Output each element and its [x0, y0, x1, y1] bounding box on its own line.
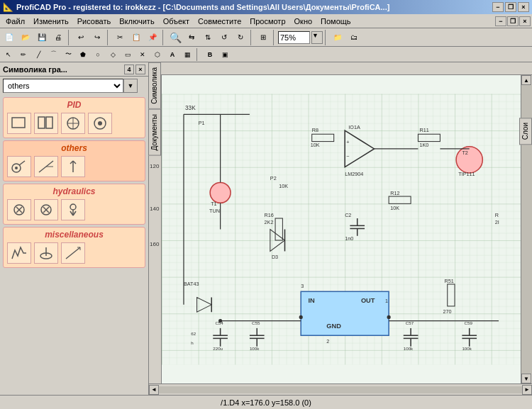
- svg-text:R11: R11: [419, 127, 428, 133]
- line-tool[interactable]: ╱: [31, 48, 45, 61]
- app-close-button[interactable]: ×: [519, 16, 531, 26]
- select-tool[interactable]: ↖: [1, 48, 16, 61]
- undo-button[interactable]: ↩: [73, 30, 89, 45]
- restore-button[interactable]: ❐: [505, 2, 516, 12]
- panel-pin-button[interactable]: 4: [124, 65, 134, 74]
- close-button[interactable]: ×: [518, 2, 529, 12]
- menu-include[interactable]: Включить: [115, 16, 158, 27]
- sym-icon-pid-3[interactable]: [61, 113, 85, 134]
- polygon-tool[interactable]: ⬟: [76, 48, 90, 61]
- menu-file[interactable]: Файл: [1, 16, 29, 27]
- rect-tool[interactable]: ▭: [121, 48, 135, 61]
- svg-text:+: +: [346, 139, 349, 145]
- open-button[interactable]: 📂: [18, 30, 33, 45]
- image-tool[interactable]: ▦: [180, 48, 194, 61]
- minimize-button[interactable]: −: [492, 2, 504, 12]
- new-button[interactable]: 📄: [1, 30, 17, 45]
- sym-icon-misc-2[interactable]: [34, 242, 58, 264]
- svg-text:1: 1: [385, 298, 388, 304]
- redo-button[interactable]: ↪: [89, 30, 105, 45]
- panel-close-button[interactable]: ×: [135, 65, 145, 74]
- save-button[interactable]: 💾: [34, 30, 50, 45]
- rotate-l-button[interactable]: ↺: [216, 30, 232, 45]
- text-tool[interactable]: A: [165, 48, 179, 61]
- scroll-down-button[interactable]: ▼: [521, 374, 531, 383]
- menu-edit[interactable]: Изменить: [29, 16, 73, 27]
- layer-tab[interactable]: Слои: [519, 118, 532, 145]
- scroll-right-button[interactable]: ►: [522, 385, 532, 395]
- rotate-r-button[interactable]: ↻: [233, 30, 248, 45]
- sidetab-symbols[interactable]: Символика: [148, 62, 161, 109]
- svg-rect-2: [46, 117, 52, 128]
- category-others: others: [3, 140, 145, 181]
- zoom-dropdown-button[interactable]: ▼: [311, 31, 323, 44]
- sidetab-documents[interactable]: Документы: [148, 109, 161, 156]
- scroll-left-button[interactable]: ◄: [149, 385, 159, 395]
- h-scroll-track[interactable]: [159, 386, 522, 393]
- menu-object[interactable]: Объект: [159, 16, 194, 27]
- category-pid-icons: [6, 111, 143, 135]
- bold-tool[interactable]: B: [203, 48, 217, 61]
- pencil-tool[interactable]: ✏: [16, 48, 31, 61]
- arc-tool[interactable]: ⌒: [46, 48, 60, 61]
- zoom-in-icon[interactable]: 🔍: [167, 30, 183, 45]
- sym-icon-pid-2[interactable]: [34, 113, 58, 134]
- ruler-left-140: 140: [150, 206, 159, 212]
- copy-button[interactable]: 📋: [128, 30, 144, 45]
- sep6: [325, 30, 328, 45]
- extra-button2[interactable]: 🗂: [346, 30, 362, 45]
- menu-window[interactable]: Окно: [290, 16, 317, 27]
- diamond-tool[interactable]: ◇: [106, 48, 120, 61]
- zoom-input[interactable]: [278, 31, 310, 44]
- flip-h-button[interactable]: ⇆: [184, 30, 199, 45]
- menu-help[interactable]: Помощь: [316, 16, 355, 27]
- sym-icon-hyd-3[interactable]: [61, 199, 85, 220]
- svg-text:270: 270: [443, 308, 452, 315]
- app-minimize-button[interactable]: −: [495, 16, 506, 26]
- svg-text:33K: 33K: [185, 105, 196, 111]
- sym-icon-misc-1[interactable]: [7, 242, 31, 264]
- menu-draw[interactable]: Рисовать: [73, 16, 116, 27]
- sym-icon-misc-3[interactable]: [61, 242, 85, 264]
- sep3: [162, 30, 165, 45]
- cross-tool[interactable]: ✕: [135, 48, 150, 61]
- category-others-label: others: [6, 143, 143, 153]
- sym-icon-hyd-2[interactable]: [34, 199, 58, 220]
- category-hydraulics-label: hydraulics: [6, 186, 143, 196]
- zoom-fit-button[interactable]: ⊞: [255, 30, 271, 45]
- print-button[interactable]: 🖨: [50, 30, 66, 45]
- sym-icon-hyd-1[interactable]: [7, 199, 31, 220]
- sym-icon-others-3[interactable]: [61, 156, 85, 177]
- category-hydraulics-icons: [6, 198, 143, 222]
- sym-icon-pid-4[interactable]: [88, 113, 112, 134]
- right-scrollbar: ▲ ▼ Слои: [521, 75, 532, 383]
- curve-tool[interactable]: 〜: [61, 48, 75, 61]
- hex-tool[interactable]: ⬡: [150, 48, 165, 61]
- sym-icon-pid-1[interactable]: [7, 113, 31, 134]
- paste-button[interactable]: 📌: [145, 30, 160, 45]
- circle-tool[interactable]: ○: [91, 48, 105, 61]
- special-tool[interactable]: ▣: [218, 48, 232, 61]
- scroll-up-button[interactable]: ▲: [521, 75, 531, 85]
- menu-align[interactable]: Совместите: [194, 16, 245, 27]
- sym-icon-others-2[interactable]: [34, 156, 58, 177]
- side-tabs: Символика Документы: [148, 62, 161, 155]
- symbol-category-select[interactable]: others PID hydraulics miscellaneous: [3, 79, 123, 93]
- flip-v-button[interactable]: ⇅: [200, 30, 216, 45]
- category-pid-label: PID: [6, 100, 143, 110]
- svg-text:10K: 10K: [279, 183, 288, 189]
- canvas-area: 80 100 120 140 160 180 80 100 120 140 16…: [149, 62, 532, 395]
- cut-button[interactable]: ✂: [112, 30, 128, 45]
- dropdown-arrow-button[interactable]: ▼: [123, 79, 138, 93]
- toolbar: 📄 📂 💾 🖨 ↩ ↪ ✂ 📋 📌 🔍 ⇆ ⇅ ↺ ↻ ⊞ ▼ 📁 🗂: [0, 28, 532, 47]
- svg-text:3: 3: [301, 283, 304, 289]
- main-area: Символика гра... 4 × others PID hydrauli…: [0, 62, 532, 395]
- app-restore-button[interactable]: ❐: [507, 16, 519, 26]
- menu-view[interactable]: Просмотр: [245, 16, 289, 27]
- ruler-left-160: 160: [150, 241, 159, 247]
- grid-area[interactable]: 33K P1 T1 TUN P2 10K: [162, 75, 521, 383]
- category-others-icons: [6, 155, 143, 179]
- sym-icon-others-1[interactable]: [7, 156, 31, 177]
- extra-button[interactable]: 📁: [330, 30, 345, 45]
- svg-text:100k: 100k: [404, 346, 414, 351]
